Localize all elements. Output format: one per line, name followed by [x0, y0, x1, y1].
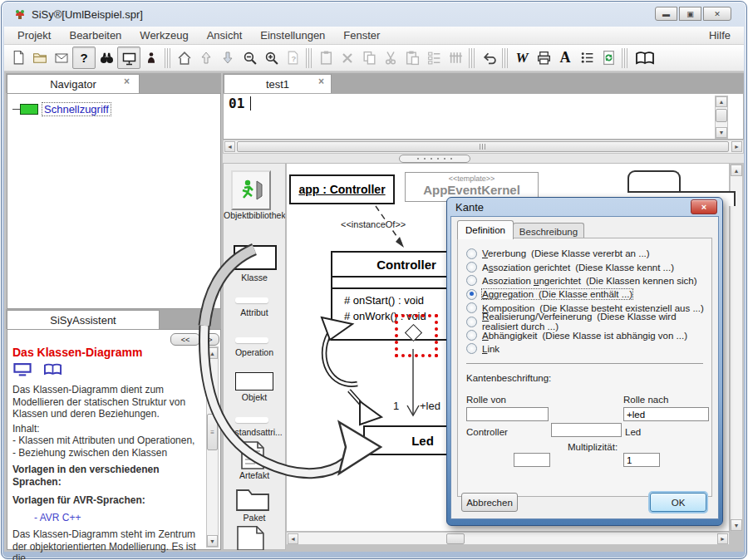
palette-zustandsattribut-tool[interactable]	[235, 417, 268, 423]
scroll-left-icon[interactable]: ◄	[224, 141, 235, 152]
rolle-nach-input[interactable]	[623, 407, 709, 421]
radio-icon[interactable]	[466, 275, 477, 286]
scroll-right-icon[interactable]: ►	[717, 533, 728, 544]
scrollbar-thumb[interactable]	[716, 109, 727, 122]
palette-operation-tool[interactable]	[235, 337, 268, 343]
mail-button[interactable]	[51, 47, 72, 69]
editor-vscrollbar[interactable]: ▲ ▼	[715, 96, 728, 139]
palette-objektbibliothek-button[interactable]	[231, 170, 271, 210]
minimize-button[interactable]: ▬	[655, 7, 677, 21]
home-button[interactable]	[174, 47, 195, 69]
radio-icon[interactable]	[466, 330, 477, 341]
help-book-button[interactable]	[631, 47, 659, 69]
scroll-up-icon[interactable]: ▲	[716, 96, 727, 107]
scroll-up-icon[interactable]: ▲	[731, 165, 742, 176]
radio-icon[interactable]	[466, 343, 477, 354]
editor-close-icon[interactable]: ×	[318, 76, 324, 87]
menu-projekt[interactable]: Projekt	[17, 29, 51, 42]
multiplicity-right-input[interactable]	[623, 453, 660, 467]
menu-fenster[interactable]: Fenster	[343, 29, 380, 42]
palette-objekt-tool[interactable]	[235, 372, 273, 391]
radio-selected-icon[interactable]	[466, 289, 477, 300]
undo-button[interactable]	[478, 47, 499, 69]
filter-button[interactable]	[445, 47, 466, 69]
assistant-scrollbar[interactable]: ▲ ≡ ▼	[206, 346, 219, 548]
presentation-button[interactable]	[117, 47, 140, 69]
navigate-down-button[interactable]	[217, 47, 239, 69]
tree-item-label[interactable]: Schnellzugriff	[42, 102, 111, 116]
menu-einstellungen[interactable]: Einstellungen	[260, 29, 325, 42]
radio-icon[interactable]	[466, 262, 477, 273]
delete-button[interactable]	[337, 47, 358, 69]
tab-definition[interactable]: Definition	[457, 220, 514, 239]
avr-cpp-link[interactable]: - AVR C++	[34, 512, 202, 524]
cancel-button[interactable]: Abbrechen	[461, 493, 518, 512]
option-assoziation-ungerichtet[interactable]: Assoziation ungerichtet(Die Klassen kenn…	[466, 274, 705, 287]
close-button[interactable]: ✕	[703, 7, 731, 21]
new-document-button[interactable]	[7, 47, 29, 69]
dialog-close-button[interactable]: ×	[691, 199, 717, 214]
navigate-up-button[interactable]	[195, 47, 217, 69]
maximize-button[interactable]: ▣	[679, 7, 701, 21]
palette-attribut-tool[interactable]	[235, 297, 268, 303]
print-button[interactable]	[533, 47, 554, 69]
menu-bearbeiten[interactable]: Bearbeiten	[69, 29, 121, 42]
edge-name-input[interactable]	[551, 423, 622, 437]
scrollbar-thumb[interactable]: ≡	[207, 414, 218, 450]
scroll-left-icon[interactable]: ◄	[288, 533, 298, 544]
option-assoziation-gerichtet[interactable]: Assoziation gerichtet(Diese Klasse kennt…	[466, 260, 705, 273]
menu-werkzeug[interactable]: Werkzeug	[140, 29, 188, 42]
palette-klasse-tool[interactable]	[234, 245, 277, 270]
tree-item-schnellzugriff[interactable]: Schnellzugriff	[12, 102, 111, 116]
canvas-hscrollbar[interactable]: ◄ ►	[286, 532, 730, 545]
editor-hscrollbar[interactable]: ◄ ►	[223, 140, 744, 154]
scroll-down-icon[interactable]: ▼	[716, 127, 727, 138]
search-button[interactable]	[96, 47, 117, 69]
radio-icon[interactable]	[466, 302, 477, 313]
scrollbar-thumb[interactable]	[446, 533, 465, 544]
splitter-handle[interactable]	[399, 155, 470, 163]
paste-button[interactable]	[401, 47, 423, 69]
tab-sisyassistent[interactable]: SiSyAssistent	[7, 310, 160, 330]
scroll-down-icon[interactable]: ▼	[731, 519, 742, 531]
tab-test1[interactable]: test1	[224, 74, 332, 94]
radio-icon[interactable]	[466, 248, 477, 259]
palette-artefakt-tool[interactable]	[239, 440, 266, 474]
menu-hilfe[interactable]: Hilfe	[709, 29, 731, 42]
refresh-button[interactable]	[598, 47, 619, 69]
rolle-von-input[interactable]	[466, 407, 549, 421]
palette-extra-tool[interactable]	[234, 525, 267, 553]
properties-button[interactable]	[315, 47, 337, 69]
multiplicity-left-input[interactable]	[514, 453, 550, 467]
editor-area[interactable]: 01 ▲ ▼	[223, 93, 744, 140]
option-realisierung[interactable]: Realisierung/Verfeinerung(Diese Klasse w…	[466, 315, 705, 328]
manual-book-icon[interactable]	[42, 362, 64, 376]
title-bar[interactable]: SiSy®[UmlBeispiel.spr] ▬ ▣ ✕	[5, 3, 743, 27]
copy-button[interactable]	[358, 47, 380, 69]
assistant-forward-button[interactable]: >	[201, 333, 219, 346]
scroll-up-icon[interactable]: ▲	[207, 347, 218, 359]
palette-paket-tool[interactable]	[235, 485, 270, 515]
monitor-icon[interactable]	[12, 362, 32, 376]
zoom-in-button[interactable]	[260, 47, 282, 69]
help-mode-button[interactable]: ?	[72, 47, 96, 69]
open-folder-button[interactable]	[29, 47, 51, 69]
cut-button[interactable]	[380, 47, 401, 69]
scroll-right-icon[interactable]: ►	[731, 141, 742, 152]
list-options-button[interactable]	[423, 47, 445, 69]
option-aggregation[interactable]: Aggregation(Die Klasse enthält ...)	[466, 287, 705, 301]
radio-icon[interactable]	[466, 317, 477, 327]
word-export-button[interactable]: W	[511, 47, 533, 69]
option-vererbung[interactable]: Vererbung(Diese Klasse vererbt an ...)	[466, 247, 705, 260]
person-button[interactable]	[140, 47, 162, 69]
kante-dialog[interactable]: Kante × Definition Beschreibung Vererbun…	[446, 197, 723, 526]
report-button[interactable]: ?	[282, 47, 303, 69]
scrollbar-thumb[interactable]	[237, 141, 729, 152]
navigator-close-icon[interactable]: ×	[124, 76, 130, 87]
option-abhaengigkeit[interactable]: Abhängigkeit(Diese Klasse ist abhängig v…	[466, 328, 705, 341]
option-link[interactable]: Link	[466, 342, 705, 356]
menu-ansicht[interactable]: Ansicht	[207, 29, 243, 42]
ok-button[interactable]: OK	[650, 493, 706, 512]
canvas-vscrollbar[interactable]: ▲ ▼	[730, 164, 743, 532]
font-button[interactable]: A	[554, 47, 576, 69]
